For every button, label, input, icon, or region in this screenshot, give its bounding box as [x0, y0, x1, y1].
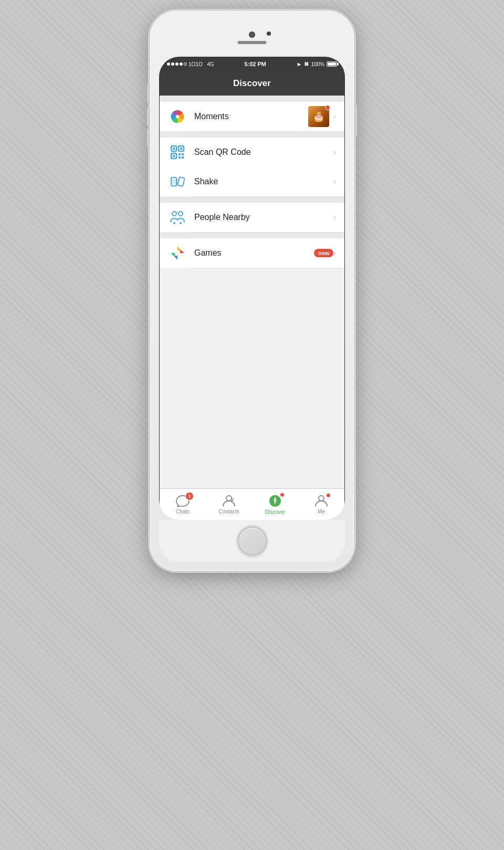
location-icon: ►	[297, 61, 302, 67]
section-gap-3	[160, 232, 344, 238]
contacts-person-icon	[222, 495, 236, 507]
home-button[interactable]	[238, 527, 267, 555]
tab-discover-icon-wrap	[268, 494, 282, 508]
moments-label: Moments	[194, 112, 308, 121]
svg-rect-9	[182, 153, 184, 155]
screen-area: 1O1O 4G 5:02 PM ► ✖ 100% D	[159, 57, 345, 520]
svg-rect-10	[178, 156, 181, 159]
svg-point-22	[177, 212, 178, 213]
svg-rect-14	[177, 177, 185, 186]
camera	[249, 32, 255, 38]
signal-strength	[167, 62, 187, 66]
svg-point-19	[178, 212, 183, 216]
svg-point-1	[176, 115, 179, 118]
svg-marker-26	[171, 253, 175, 257]
moments-chevron: ›	[333, 112, 336, 121]
scan-qr-chevron: ›	[333, 148, 336, 156]
tab-chats-label: Chats	[176, 509, 190, 515]
screen: 1O1O 4G 5:02 PM ► ✖ 100% D	[159, 57, 345, 520]
status-time: 5:02 PM	[244, 61, 266, 67]
status-bar: 1O1O 4G 5:02 PM ► ✖ 100%	[160, 57, 344, 71]
people-nearby-right: ›	[333, 213, 336, 222]
svg-marker-23	[177, 246, 181, 250]
tab-me-icon-wrap	[314, 495, 328, 507]
discover-dot	[280, 492, 285, 497]
svg-rect-27	[175, 250, 180, 256]
bluetooth-icon: ✖	[304, 61, 309, 68]
menu-item-games[interactable]: Games new ›	[160, 238, 344, 268]
moments-notification-dot	[325, 105, 330, 110]
content-area: Moments 🎂 ›	[160, 96, 344, 520]
tab-bar: 1 Chats	[160, 488, 344, 520]
signal-dot-3	[175, 62, 178, 66]
tab-chats-icon-wrap: 1	[176, 495, 190, 507]
people-nearby-chevron: ›	[333, 213, 336, 222]
section-gap-0	[160, 96, 344, 102]
tab-contacts[interactable]: Contacts	[206, 489, 252, 520]
svg-point-35	[319, 496, 324, 501]
top-bezel	[159, 20, 345, 57]
games-chevron: ›	[333, 249, 336, 257]
tab-contacts-icon-wrap	[222, 495, 236, 507]
tab-chats[interactable]: 1 Chats	[160, 489, 206, 520]
svg-point-20	[173, 222, 175, 224]
battery-fill	[328, 62, 336, 66]
shake-right: ›	[333, 177, 336, 186]
svg-point-21	[180, 222, 182, 224]
network-label: 4G	[207, 61, 214, 67]
tab-contacts-label: Contacts	[218, 509, 239, 515]
battery-icon	[327, 61, 337, 67]
shake-label: Shake	[194, 177, 333, 186]
tab-discover[interactable]: Discover	[252, 489, 298, 520]
scan-qr-icon	[168, 143, 187, 162]
speaker	[238, 41, 267, 44]
signal-dot-5	[184, 62, 187, 66]
section-gap-2	[160, 196, 344, 203]
moments-icon	[168, 107, 187, 126]
me-dot	[326, 493, 331, 498]
carrier-label: 1O1O	[188, 61, 203, 67]
nav-bar: Discover	[160, 71, 344, 96]
signal-dot-1	[167, 62, 170, 66]
svg-rect-5	[180, 148, 182, 150]
sensor	[267, 32, 271, 36]
tab-me[interactable]: Me	[298, 489, 344, 520]
chats-badge: 1	[185, 492, 194, 500]
empty-content-area	[160, 268, 344, 488]
games-right: ›	[333, 249, 336, 257]
people-nearby-icon	[168, 208, 187, 227]
svg-point-28	[226, 496, 232, 501]
svg-rect-3	[173, 148, 175, 150]
battery-percent: 100%	[311, 61, 324, 67]
svg-point-34	[275, 500, 276, 501]
scan-qr-right: ›	[333, 148, 336, 156]
menu-item-shake[interactable]: Shake ›	[160, 167, 344, 196]
phone-frame: 1O1O 4G 5:02 PM ► ✖ 100% D	[150, 11, 354, 571]
shake-icon	[168, 172, 187, 191]
games-new-badge: new	[314, 249, 333, 257]
people-nearby-label: People Nearby	[194, 213, 333, 222]
tab-me-label: Me	[318, 509, 325, 515]
tab-discover-label: Discover	[265, 509, 286, 515]
status-right: ► ✖ 100%	[297, 61, 337, 68]
moments-right: 🎂 ›	[308, 106, 336, 127]
games-label: Games	[194, 248, 314, 258]
bottom-bezel	[159, 520, 345, 562]
menu-item-moments[interactable]: Moments 🎂 ›	[160, 102, 344, 131]
menu-item-scan-qr[interactable]: Scan QR Code ›	[160, 138, 344, 167]
svg-rect-11	[182, 156, 184, 159]
page-title: Discover	[233, 78, 271, 89]
svg-marker-25	[174, 256, 177, 260]
scan-qr-label: Scan QR Code	[194, 148, 333, 157]
menu-item-people-nearby[interactable]: People Nearby ›	[160, 203, 344, 232]
status-left: 1O1O 4G	[167, 61, 214, 67]
signal-dot-2	[171, 62, 174, 66]
moments-thumbnail-wrap: 🎂	[308, 106, 329, 127]
svg-rect-8	[178, 153, 181, 155]
svg-point-18	[172, 212, 176, 216]
signal-dot-4	[180, 62, 183, 66]
svg-rect-13	[172, 179, 175, 184]
svg-marker-24	[180, 249, 184, 253]
games-icon	[168, 244, 187, 263]
section-gap-1	[160, 131, 344, 138]
